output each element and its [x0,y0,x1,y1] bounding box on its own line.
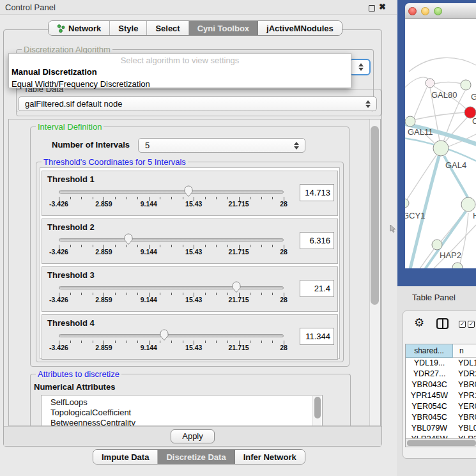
tab-style[interactable]: Style [110,21,147,35]
node-label: C [472,116,476,126]
table-row[interactable]: YPR145WYPR1 [406,391,476,402]
threshold-value-field[interactable]: 11.344 [300,328,334,345]
tick-mark [137,341,138,343]
table-row[interactable]: YDR27...YDR2 [406,369,476,380]
tab-discretize-data[interactable]: Discretize Data [158,450,234,464]
tick-label: 21.715 [229,344,249,351]
table-row[interactable]: YBL079WYBL0 [406,424,476,434]
attributes-scrollbar[interactable] [312,396,321,426]
tick-label: 2.859 [95,296,112,303]
zoom-traffic-light-icon[interactable] [434,7,442,15]
tab-infer-network[interactable]: Infer Network [235,450,305,464]
attribute-item-topologicalcoefficient[interactable]: TopologicalCoefficient [42,408,322,418]
tick-mark [205,341,206,343]
minimize-traffic-light-icon[interactable] [421,7,429,15]
tick-label: 15.43 [185,248,202,256]
gear-icon[interactable]: ⚙ [414,316,424,329]
table-row[interactable]: YER054CYER0 [406,402,476,413]
columns-icon[interactable] [436,318,449,329]
network-icon [57,24,65,33]
attribute-item-selfloops[interactable]: SelfLoops [42,397,322,408]
network-node[interactable] [405,199,409,208]
column-header-shared[interactable]: shared... [406,344,453,358]
tick-mark [272,341,273,343]
network-view-canvas[interactable]: GAL80GACGAL11GAL4GCY1HHAP2 [405,19,476,268]
vertical-scrollbar-thumb[interactable] [371,126,379,305]
network-node[interactable] [461,80,471,90]
slider-track[interactable] [59,190,284,194]
close-icon[interactable]: ✖ [379,2,386,12]
tab-label: jActiveMNodules [266,24,334,33]
threshold-value-field[interactable]: 21.4 [300,280,334,297]
network-node[interactable] [405,116,415,127]
algorithm-option-equal-width-frequency-discretization[interactable]: Equal Width/Frequency Discretization [9,78,351,90]
network-node[interactable] [461,197,475,211]
tick-mark [81,341,82,343]
tick-label: 2.859 [95,200,112,208]
slider-track[interactable] [59,238,284,242]
checkbox-icon[interactable]: ✓ [459,321,466,328]
algorithm-combobox[interactable] [349,59,371,75]
node-label: HAP2 [440,250,461,260]
tab-select[interactable]: Select [147,21,188,35]
numerical-attributes-label: Numerical Attributes [34,382,115,392]
table-panel-title: Table Panel [412,293,456,302]
column-header-name[interactable]: n [453,344,476,358]
tab-cyni-toolbox[interactable]: Cyni Toolbox [189,21,258,35]
table-row[interactable]: YBR045CYBR0 [406,413,476,424]
algorithm-placeholder: Select algorithm to view settings [9,56,351,65]
checkbox-icon[interactable]: ✓ [468,321,475,328]
node-label: GAL11 [408,127,433,137]
tick-label: 15.43 [185,200,202,208]
table-row[interactable]: YDL19...YDL1 [406,358,476,369]
tick-label: 9.144 [141,344,157,351]
slider-thumb[interactable] [159,328,169,341]
tab-impute-data[interactable]: Impute Data [93,450,158,464]
slider-thumb[interactable] [231,280,242,293]
network-node[interactable] [433,141,449,156]
network-node[interactable] [432,240,442,250]
tick-mark [137,245,138,247]
tick-mark [81,245,82,247]
threshold-value-field[interactable]: 6.316 [300,232,334,249]
cell-name: YPR1 [458,391,476,400]
tab-jactivemnodules[interactable]: jActiveMNodules [258,21,342,35]
numerical-attributes-list[interactable]: SelfLoopsTopologicalCoefficientBetweenne… [41,395,323,426]
tick-mark [81,197,82,199]
cell-name: YBR0 [458,380,476,389]
tick-mark [93,293,93,295]
slider-thumb[interactable] [123,233,134,245]
table-row[interactable]: YBR043CYBR0 [406,380,476,391]
slider-thumb[interactable] [183,185,194,197]
attribute-item-betweennesscentrality[interactable]: BetweennessCentrality [42,418,322,426]
number-of-intervals-combobox[interactable]: 5 [138,138,305,153]
tick-label: 2.859 [95,344,112,351]
slider-track[interactable] [59,286,284,289]
tick-label: 21.715 [229,296,249,303]
control-panel-tabs: NetworkStyleSelectCyni ToolboxjActiveMNo… [48,20,342,36]
cell-name: YDR2 [458,369,476,378]
attributes-scrollbar-thumb[interactable] [314,397,321,418]
threshold-label: Threshold 3 [47,270,95,280]
tick-label: 21.715 [229,200,249,208]
tick-mark [171,245,172,247]
slider-track[interactable] [59,334,284,337]
stepper-icon [358,63,364,71]
apply-button[interactable]: Apply [171,429,215,443]
tick-label: 28 [280,200,288,208]
table-data-combobox[interactable]: galFiltered.sif default node [18,96,377,111]
algorithm-option-manual-discretization[interactable]: Manual Discretization [9,66,351,78]
threshold-value-field[interactable]: 14.713 [300,184,334,201]
network-node[interactable] [452,263,463,268]
close-traffic-light-icon[interactable] [408,7,417,15]
horizontal-scrollbar-thumb[interactable] [407,440,476,446]
tick-mark [115,341,116,343]
mouse-cursor [390,225,397,233]
tab-network[interactable]: Network [49,21,110,35]
horizontal-scrollbar[interactable] [406,438,476,447]
network-node[interactable] [426,79,434,88]
float-window-icon[interactable] [369,5,375,12]
stepper-icon [365,100,371,108]
tick-label: -3.426 [49,296,68,303]
node-label: GA [471,92,476,102]
